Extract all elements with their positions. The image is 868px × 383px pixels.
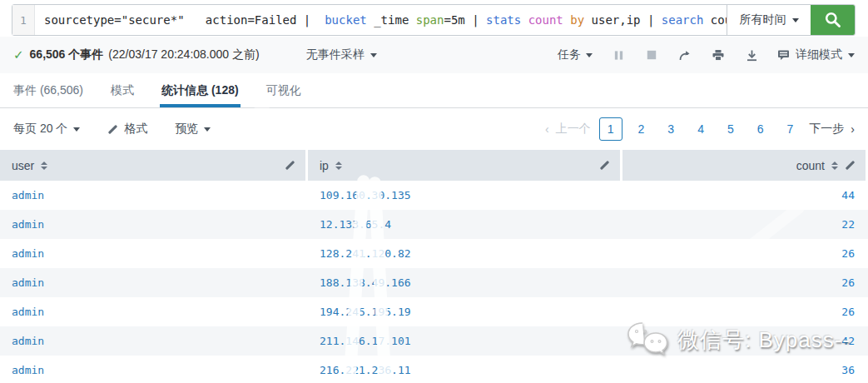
event-sampling-dropdown[interactable]: 无事件采样 [306, 47, 377, 62]
chevron-down-icon [792, 18, 799, 22]
cell-count[interactable]: 42 [622, 335, 868, 347]
query-token: =5m | [444, 13, 486, 27]
query-token: sourcetype="secure*" action=Failed | [44, 13, 318, 27]
job-done-check-icon: ✓ [13, 47, 24, 62]
pagination-page-3[interactable]: 3 [660, 118, 682, 140]
table-row: admin194.245.195.1926 [0, 297, 868, 326]
pagination-page-4[interactable]: 4 [690, 118, 712, 140]
line-number-gutter: 1 [12, 5, 35, 35]
status-bar: ✓ 66,506 个事件 (22/03/17 20:24:08.000 之前) … [0, 37, 868, 73]
query-token: count [528, 13, 563, 27]
cell-ip[interactable]: 216.221.236.11 [308, 364, 622, 376]
search-button[interactable] [811, 5, 855, 35]
pagination-page-1[interactable]: 1 [599, 117, 622, 141]
pagination-page-6[interactable]: 6 [750, 118, 771, 140]
cell-count[interactable]: 36 [622, 364, 868, 376]
pencil-icon[interactable] [846, 161, 855, 170]
column-label: count [796, 159, 825, 172]
per-page-dropdown[interactable]: 每页 20 个 [13, 122, 80, 137]
event-sampling-label: 无事件采样 [306, 47, 365, 62]
column-header-user[interactable]: user [0, 150, 308, 181]
cell-count[interactable]: 44 [622, 189, 868, 201]
cell-user[interactable]: admin [0, 306, 308, 318]
share-icon [678, 49, 692, 62]
table-body: admin109.160.30.13544admin12.133.65.422a… [0, 181, 868, 383]
job-menu[interactable]: 任务 [558, 47, 593, 62]
column-header-ip[interactable]: ip [308, 150, 622, 181]
cell-ip[interactable]: 109.160.30.135 [308, 189, 622, 201]
table-controls: 每页 20 个 格式 预览 ‹ 上一个 1234567 下一步 › [0, 109, 868, 149]
pagination: ‹ 上一个 1234567 下一步 › [545, 117, 855, 141]
chevron-down-icon [73, 127, 80, 132]
pause-icon [613, 50, 624, 61]
cell-count[interactable]: 26 [622, 247, 868, 260]
cell-user[interactable]: admin [0, 335, 308, 347]
print-icon [712, 49, 725, 62]
cell-ip[interactable]: 188.138.49.166 [308, 276, 622, 289]
tab-events[interactable]: 事件 (66,506) [12, 73, 85, 107]
time-range-picker[interactable]: 所有时间 [727, 5, 811, 35]
print-button[interactable] [711, 47, 726, 62]
cell-user[interactable]: admin [0, 189, 308, 201]
tab-label: 模式 [111, 83, 134, 98]
table-header: user ip count [0, 150, 868, 181]
search-query[interactable]: sourcetype="secure*" action=Failed | buc… [35, 5, 727, 35]
cell-user[interactable]: admin [0, 218, 308, 231]
table-row: admin109.160.30.13544 [0, 181, 868, 210]
table-row: admin216.221.236.1136 [0, 356, 868, 383]
pagination-page-5[interactable]: 5 [720, 118, 742, 140]
cell-user[interactable]: admin [0, 276, 308, 289]
pencil-icon[interactable] [285, 161, 295, 170]
prev-arrow-icon: ‹ [545, 122, 549, 136]
tab-label: 统计信息 (128) [161, 83, 239, 98]
verbose-mode-icon [777, 49, 790, 61]
query-token: bucket [318, 13, 367, 27]
prev-label: 上一个 [556, 122, 591, 137]
sort-icon [41, 162, 47, 170]
cell-count[interactable]: 22 [622, 218, 868, 231]
chevron-down-icon [204, 127, 211, 132]
tab-visualization[interactable]: 可视化 [265, 73, 303, 107]
pagination-page-2[interactable]: 2 [631, 118, 652, 140]
cell-user[interactable]: admin [0, 364, 308, 376]
cell-ip[interactable]: 194.245.195.19 [308, 306, 622, 318]
table-row: admin128.241.120.8226 [0, 239, 868, 268]
tab-statistics[interactable]: 统计信息 (128) [160, 73, 241, 107]
pagination-page-7[interactable]: 7 [780, 118, 801, 140]
cell-count[interactable]: 26 [622, 306, 868, 318]
table-row: admin12.133.65.422 [0, 210, 868, 239]
column-header-count[interactable]: count [622, 150, 866, 181]
stop-icon [647, 50, 657, 60]
sort-icon [831, 162, 838, 170]
statistics-table: user ip count admin109.160.30.13544admin… [0, 150, 868, 383]
pagination-pages: 1234567 [599, 117, 801, 141]
query-token: by [570, 13, 584, 27]
event-count: 66,506 个事件 [30, 47, 104, 62]
table-row: admin188.138.49.16626 [0, 268, 868, 297]
pause-button[interactable] [611, 47, 626, 62]
search-mode-label: 详细模式 [796, 47, 842, 62]
time-range-label: 所有时间 [740, 12, 786, 27]
line-number: 1 [20, 14, 27, 27]
preview-dropdown[interactable]: 预览 [175, 122, 211, 137]
tab-label: 可视化 [266, 83, 301, 98]
format-button[interactable]: 格式 [107, 122, 147, 137]
cell-ip[interactable]: 12.133.65.4 [308, 218, 622, 231]
format-label: 格式 [124, 122, 147, 137]
export-button[interactable] [744, 47, 759, 62]
share-button[interactable] [677, 47, 692, 62]
column-label: ip [320, 159, 329, 172]
cell-user[interactable]: admin [0, 247, 308, 260]
next-label: 下一步 [809, 122, 844, 137]
tab-patterns[interactable]: 模式 [109, 73, 136, 107]
search-mode-dropdown[interactable]: 详细模式 [777, 47, 855, 62]
pagination-next[interactable]: 下一步 › [809, 122, 855, 137]
cell-count[interactable]: 26 [622, 276, 868, 289]
pagination-prev: ‹ 上一个 [545, 122, 591, 137]
pencil-icon[interactable] [600, 161, 609, 170]
cell-ip[interactable]: 128.241.120.82 [308, 247, 622, 260]
job-menu-label: 任务 [558, 47, 581, 62]
cell-ip[interactable]: 211.146.17.101 [308, 335, 622, 347]
chevron-down-icon [370, 53, 377, 57]
stop-button[interactable] [644, 47, 659, 62]
